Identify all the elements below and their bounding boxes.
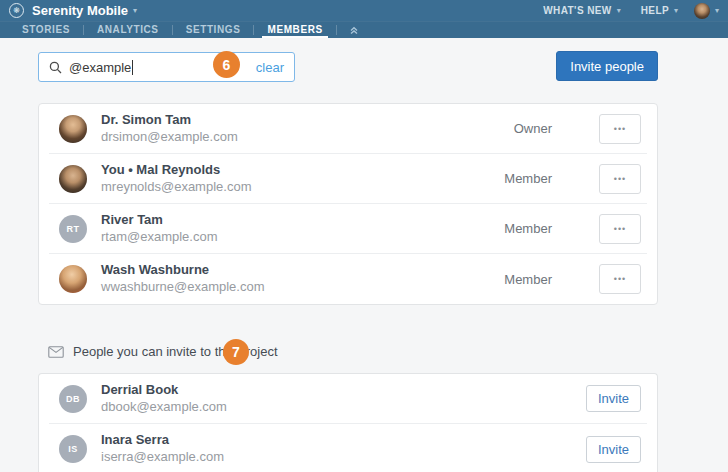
member-role: Member: [504, 171, 599, 186]
tab-settings[interactable]: SETTINGS: [181, 22, 246, 38]
member-row: Wash Washburne wwashburne@example.com Me…: [49, 254, 647, 304]
member-actions-button[interactable]: •••: [599, 114, 641, 144]
invite-button[interactable]: Invite: [586, 436, 641, 463]
member-info: Wash Washburne wwashburne@example.com: [101, 262, 265, 296]
help-label: HELP: [641, 5, 669, 16]
member-name: Dr. Simon Tam: [101, 112, 238, 129]
tab-divider: [172, 25, 173, 35]
invitee-row: DB Derrial Book dbook@example.com Invite: [49, 374, 647, 424]
annotation-badge-6: 6: [213, 51, 240, 78]
member-email: rtam@example.com: [101, 229, 218, 246]
whats-new-label: WHAT'S NEW: [543, 5, 611, 16]
avatar: IS: [59, 435, 87, 463]
member-role: Owner: [514, 121, 599, 136]
member-role: Member: [504, 221, 599, 236]
invitee-name: Inara Serra: [101, 432, 224, 449]
invitee-name: Derrial Book: [101, 382, 227, 399]
search-icon: [49, 61, 62, 74]
member-email: wwashburne@example.com: [101, 279, 265, 296]
member-row: RT River Tam rtam@example.com Member •••: [49, 204, 647, 254]
text-cursor: [132, 60, 133, 75]
clear-search-link[interactable]: clear: [256, 60, 284, 75]
member-actions-button[interactable]: •••: [599, 264, 641, 294]
member-info: You • Mal Reynolds mreynolds@example.com: [101, 162, 251, 196]
topbar-right: WHAT'S NEW ▾ HELP ▾ ▾: [523, 3, 719, 19]
project-tabbar: STORIES ANALYTICS SETTINGS MEMBERS: [0, 21, 728, 38]
invite-button[interactable]: Invite: [586, 385, 641, 412]
avatar: [59, 115, 87, 143]
annotation-badge-7: 7: [223, 339, 249, 365]
tab-analytics[interactable]: ANALYTICS: [92, 22, 164, 38]
tab-stories[interactable]: STORIES: [17, 22, 75, 38]
member-email: mreynolds@example.com: [101, 179, 251, 196]
members-page: @example clear 6 Invite people Dr. Simon…: [0, 38, 728, 472]
member-name: Wash Washburne: [101, 262, 265, 279]
avatar: [59, 165, 87, 193]
member-row: Dr. Simon Tam drsimon@example.com Owner …: [49, 104, 647, 154]
avatar: RT: [59, 215, 87, 243]
tab-divider: [253, 25, 254, 35]
members-card: Dr. Simon Tam drsimon@example.com Owner …: [38, 103, 658, 305]
tab-members[interactable]: MEMBERS: [262, 22, 327, 38]
member-info: River Tam rtam@example.com: [101, 212, 218, 246]
tab-divider: [83, 25, 84, 35]
member-name: You • Mal Reynolds: [101, 162, 251, 179]
invitee-info: Derrial Book dbook@example.com: [101, 382, 227, 416]
search-value: @example: [69, 60, 131, 75]
avatar: [59, 265, 87, 293]
tab-divider: [336, 25, 337, 35]
member-actions-button[interactable]: •••: [599, 164, 641, 194]
search-input[interactable]: @example clear: [38, 52, 295, 82]
top-navbar: ❋ Serenity Mobile ▾ WHAT'S NEW ▾ HELP ▾ …: [0, 0, 728, 21]
member-actions-button[interactable]: •••: [599, 214, 641, 244]
member-email: drsimon@example.com: [101, 129, 238, 146]
avatar: DB: [59, 385, 87, 413]
member-name: River Tam: [101, 212, 218, 229]
chevron-down-icon: ▾: [617, 7, 621, 15]
help-menu[interactable]: HELP ▾: [641, 5, 678, 16]
invite-people-button[interactable]: Invite people: [556, 51, 658, 81]
invitee-email: dbook@example.com: [101, 399, 227, 416]
invitee-row: IS Inara Serra iserra@example.com Invite: [49, 424, 647, 472]
invitee-email: iserra@example.com: [101, 449, 224, 466]
envelope-icon: [48, 346, 64, 358]
collapse-tabs-icon[interactable]: [349, 22, 359, 38]
member-row: You • Mal Reynolds mreynolds@example.com…: [49, 154, 647, 204]
user-avatar[interactable]: [694, 3, 710, 19]
chevron-down-icon: ▾: [674, 7, 678, 15]
member-info: Dr. Simon Tam drsimon@example.com: [101, 112, 238, 146]
user-menu-caret-icon[interactable]: ▾: [715, 7, 719, 15]
invitee-info: Inara Serra iserra@example.com: [101, 432, 224, 466]
workspace-caret-icon[interactable]: ▾: [133, 7, 137, 15]
workspace-logo-icon[interactable]: ❋: [9, 3, 24, 18]
member-role: Member: [504, 272, 599, 287]
workspace-name[interactable]: Serenity Mobile: [32, 3, 128, 18]
whats-new-menu[interactable]: WHAT'S NEW ▾: [543, 5, 620, 16]
invitees-card: DB Derrial Book dbook@example.com Invite…: [38, 373, 658, 472]
